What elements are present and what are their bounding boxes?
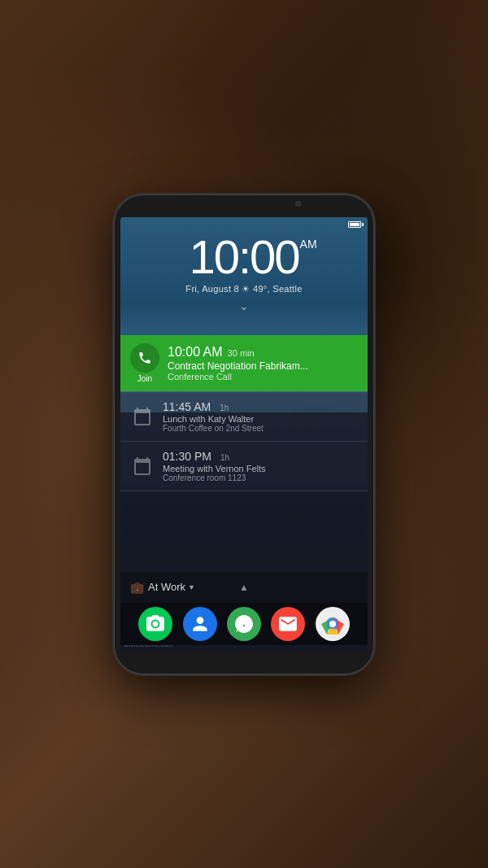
join-button-wrap[interactable]: Join: [130, 343, 159, 383]
time-section: 10:00 AM Fri, August 8 ☀ 49°, Seattle ⌄: [120, 233, 368, 312]
app-dock: [120, 603, 368, 645]
active-notif-duration: 30 min: [228, 348, 255, 358]
notif-2-content: 01:30 PM 1h Meeting with Vernon Felts Co…: [163, 450, 358, 482]
active-notif-subtitle: Conference Call: [168, 372, 358, 382]
notif-1-time-row: 11:45 AM 1h: [163, 400, 358, 413]
join-label: Join: [137, 374, 152, 383]
phone-screen: 10:00 AM Fri, August 8 ☀ 49°, Seattle ⌄ …: [120, 217, 368, 652]
contacts-app[interactable]: [183, 607, 217, 641]
notif-2-title: Meeting with Vernon Felts: [163, 464, 358, 473]
work-dropdown-chevron[interactable]: ▼: [188, 583, 195, 591]
svg-point-3: [329, 621, 336, 627]
time-value: 10:00: [189, 230, 298, 283]
bottom-bar[interactable]: 💼 At Work ▼ ▲: [120, 572, 368, 603]
phone-icon: [130, 343, 159, 373]
chrome-app[interactable]: [316, 607, 350, 641]
notifications-list: Join 10:00 AM 30 min Contract Negotiatio…: [120, 335, 368, 491]
notif-1-time: 11:45 AM: [163, 400, 211, 413]
notif-2-time: 01:30 PM: [163, 450, 211, 463]
active-notif-time: 10:00 AM: [168, 345, 223, 360]
expand-chevron[interactable]: ⌄: [120, 299, 368, 312]
up-chevron[interactable]: ▲: [239, 582, 249, 593]
active-notif-title: Contract Negotiation Fabrikam...: [168, 360, 358, 372]
notif-1-duration: 1h: [220, 403, 229, 412]
battery-icon: [348, 221, 361, 228]
active-notif-time-row: 10:00 AM 30 min: [168, 345, 358, 360]
active-notification[interactable]: Join 10:00 AM 30 min Contract Negotiatio…: [120, 335, 368, 391]
notif-1-title: Lunch with Katy Walter: [163, 414, 358, 424]
notif-2-duration: 1h: [220, 453, 229, 462]
gmail-app[interactable]: [271, 607, 305, 641]
time-display: 10:00 AM: [189, 233, 298, 281]
calendar-icon-1: [130, 404, 155, 429]
notif-1-location: Fourth Coffee on 2nd Street: [163, 424, 358, 433]
time-period: AM: [300, 238, 317, 250]
work-label: At Work: [148, 581, 185, 593]
briefcase-icon: 💼: [130, 581, 144, 594]
front-camera: [295, 201, 301, 207]
notif-2-location: Conference room 1123: [163, 473, 358, 482]
hangouts-app[interactable]: [227, 607, 261, 641]
notif-1-content: 11:45 AM 1h Lunch with Katy Walter Fourt…: [163, 400, 358, 433]
phone-device: 10:00 AM Fri, August 8 ☀ 49°, Seattle ⌄ …: [114, 194, 374, 674]
date-weather: Fri, August 8 ☀ 49°, Seattle: [120, 284, 368, 294]
notification-item-2[interactable]: 01:30 PM 1h Meeting with Vernon Felts Co…: [120, 442, 368, 491]
notif-2-time-row: 01:30 PM 1h: [163, 450, 358, 463]
notification-item-1[interactable]: 11:45 AM 1h Lunch with Katy Walter Fourt…: [120, 392, 368, 442]
calendar-icon-2: [130, 454, 155, 478]
camera-app[interactable]: [138, 607, 172, 641]
active-notif-content: 10:00 AM 30 min Contract Negotiation Fab…: [168, 345, 358, 382]
